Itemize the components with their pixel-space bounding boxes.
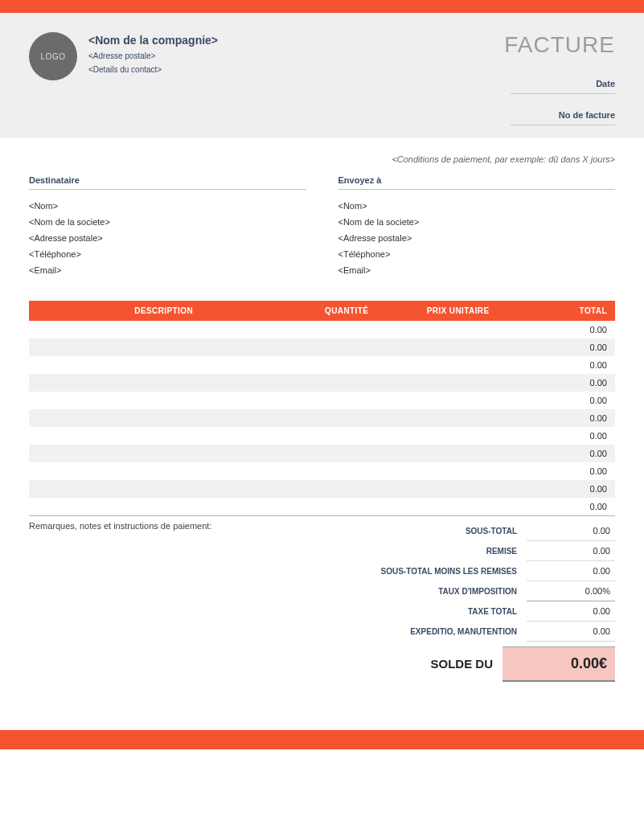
cell-description bbox=[29, 321, 298, 339]
cell-quantity bbox=[298, 427, 395, 445]
table-row: 0.00 bbox=[29, 374, 615, 392]
cell-unitPrice bbox=[395, 445, 521, 462]
recipient-phone: <Téléphone> bbox=[29, 246, 306, 262]
shipping-value: 0.00 bbox=[527, 622, 615, 642]
discount-value: 0.00 bbox=[527, 541, 615, 561]
cell-total: 0.00 bbox=[521, 445, 615, 462]
table-row: 0.00 bbox=[29, 445, 615, 462]
shipping-label: EXPEDITIO, MANUTENTION bbox=[326, 622, 527, 641]
cell-description bbox=[29, 445, 298, 462]
date-label: Date bbox=[511, 72, 615, 94]
recipient-email: <Email> bbox=[29, 262, 306, 278]
document-title: FACTURE bbox=[504, 32, 615, 58]
cell-description bbox=[29, 498, 298, 515]
table-row: 0.00 bbox=[29, 392, 615, 409]
logo-placeholder: LOGO bbox=[29, 32, 77, 80]
table-row: 0.00 bbox=[29, 356, 615, 374]
cell-description bbox=[29, 427, 298, 445]
subtotal-value: 0.00 bbox=[527, 521, 615, 541]
cell-total: 0.00 bbox=[521, 321, 615, 339]
cell-total: 0.00 bbox=[521, 356, 615, 374]
cell-description bbox=[29, 374, 298, 392]
col-description: DESCRIPTION bbox=[29, 301, 298, 321]
cell-total: 0.00 bbox=[521, 339, 615, 356]
recipient-section: Destinataire <Nom> <Nom de la societe> <… bbox=[29, 175, 306, 278]
cell-quantity bbox=[298, 445, 395, 462]
body-block: <Conditions de paiement, par exemple: dû… bbox=[0, 138, 644, 730]
cell-quantity bbox=[298, 321, 395, 339]
items-table: DESCRIPTION QUANTITÉ PRIX UNITAIRE TOTAL… bbox=[29, 301, 615, 516]
company-name: <Nom de la compagnie> bbox=[88, 34, 218, 47]
cell-total: 0.00 bbox=[521, 409, 615, 427]
sendto-address: <Adresse postale> bbox=[338, 230, 616, 246]
sendto-section: Envoyez à <Nom> <Nom de la societe> <Adr… bbox=[338, 175, 616, 278]
table-row: 0.00 bbox=[29, 480, 615, 498]
cell-total: 0.00 bbox=[521, 480, 615, 498]
tax-rate-value: 0.00% bbox=[527, 581, 615, 601]
cell-quantity bbox=[298, 480, 395, 498]
company-contact: <Details du contact> bbox=[88, 65, 218, 74]
cell-unitPrice bbox=[395, 427, 521, 445]
recipient-name: <Nom> bbox=[29, 198, 306, 214]
invoice-number-label: No de facture bbox=[511, 104, 615, 125]
cell-quantity bbox=[298, 356, 395, 374]
recipient-company: <Nom de la societe> bbox=[29, 214, 306, 230]
col-quantity: QUANTITÉ bbox=[298, 301, 395, 321]
company-address: <Adresse postale> bbox=[88, 51, 218, 60]
recipient-heading: Destinataire bbox=[29, 175, 306, 190]
payment-terms: <Conditions de paiement, par exemple: dû… bbox=[29, 154, 615, 164]
subtotal-less-label: SOUS-TOTAL MOINS LES REMISES bbox=[326, 562, 527, 581]
table-row: 0.00 bbox=[29, 427, 615, 445]
tax-total-label: TAXE TOTAL bbox=[326, 602, 527, 621]
cell-total: 0.00 bbox=[521, 498, 615, 515]
cell-total: 0.00 bbox=[521, 392, 615, 409]
cell-description bbox=[29, 392, 298, 409]
cell-unitPrice bbox=[395, 356, 521, 374]
recipient-address: <Adresse postale> bbox=[29, 230, 306, 246]
cell-total: 0.00 bbox=[521, 462, 615, 480]
cell-unitPrice bbox=[395, 480, 521, 498]
sendto-heading: Envoyez à bbox=[338, 175, 616, 190]
tax-rate-label: TAUX D'IMPOSITION bbox=[326, 582, 527, 601]
table-row: 0.00 bbox=[29, 339, 615, 356]
cell-unitPrice bbox=[395, 321, 521, 339]
table-row: 0.00 bbox=[29, 498, 615, 515]
sendto-name: <Nom> bbox=[338, 198, 616, 214]
cell-quantity bbox=[298, 339, 395, 356]
header-block: LOGO <Nom de la compagnie> <Adresse post… bbox=[0, 13, 644, 138]
top-accent-bar bbox=[0, 0, 644, 13]
cell-quantity bbox=[298, 409, 395, 427]
balance-label: SOLDE DU bbox=[326, 657, 502, 671]
subtotal-label: SOUS-TOTAL bbox=[326, 522, 527, 540]
tax-total-value: 0.00 bbox=[527, 601, 615, 622]
cell-unitPrice bbox=[395, 339, 521, 356]
balance-value: 0.00€ bbox=[502, 646, 615, 682]
cell-unitPrice bbox=[395, 498, 521, 515]
totals-section: SOUS-TOTAL 0.00 REMISE 0.00 SOUS-TOTAL M… bbox=[326, 521, 615, 682]
cell-quantity bbox=[298, 498, 395, 515]
cell-description bbox=[29, 462, 298, 480]
cell-unitPrice bbox=[395, 462, 521, 480]
cell-unitPrice bbox=[395, 392, 521, 409]
col-total: TOTAL bbox=[521, 301, 615, 321]
sendto-phone: <Téléphone> bbox=[338, 246, 616, 262]
cell-total: 0.00 bbox=[521, 374, 615, 392]
bottom-accent-bar bbox=[0, 730, 644, 749]
cell-description bbox=[29, 480, 298, 498]
cell-unitPrice bbox=[395, 374, 521, 392]
sendto-company: <Nom de la societe> bbox=[338, 214, 616, 230]
table-row: 0.00 bbox=[29, 462, 615, 480]
remarks-label: Remarques, notes et instructions de paie… bbox=[29, 521, 310, 682]
cell-unitPrice bbox=[395, 409, 521, 427]
table-row: 0.00 bbox=[29, 321, 615, 339]
cell-quantity bbox=[298, 374, 395, 392]
cell-description bbox=[29, 409, 298, 427]
discount-label: REMISE bbox=[326, 542, 527, 560]
cell-description bbox=[29, 339, 298, 356]
cell-quantity bbox=[298, 462, 395, 480]
cell-quantity bbox=[298, 392, 395, 409]
subtotal-less-value: 0.00 bbox=[527, 561, 615, 581]
cell-description bbox=[29, 356, 298, 374]
sendto-email: <Email> bbox=[338, 262, 616, 278]
cell-total: 0.00 bbox=[521, 427, 615, 445]
